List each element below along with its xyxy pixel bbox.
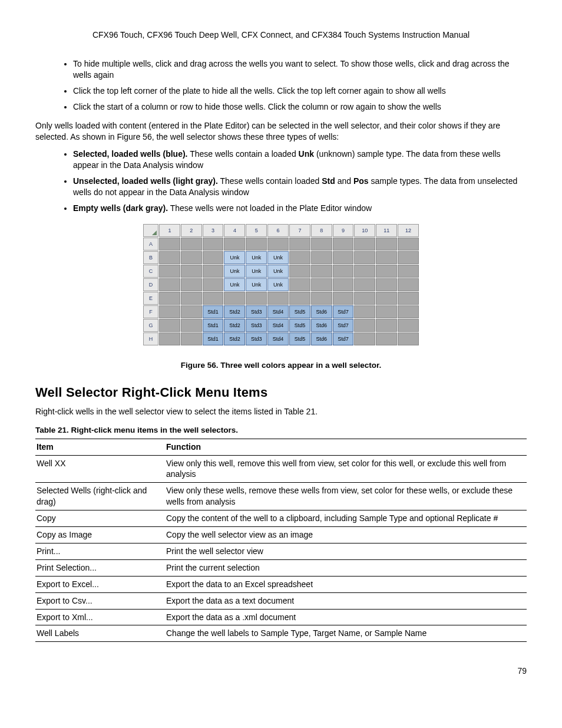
- column-header: 8: [311, 224, 332, 237]
- menu-table: Item Function Well XXView only this well…: [35, 439, 527, 643]
- bullet-list-1: To hide multiple wells, click and drag a…: [35, 58, 527, 113]
- well-cell: [224, 292, 245, 305]
- well-cell: [398, 278, 419, 291]
- well-cell: Unk: [224, 278, 245, 291]
- table-cell-item: Well XX: [35, 455, 165, 483]
- table-cell-item: Export to Csv...: [35, 592, 165, 609]
- well-cell: Std6: [311, 319, 332, 332]
- table-header-function: Function: [165, 439, 527, 455]
- well-cell: [311, 278, 332, 291]
- row-header: B: [143, 251, 158, 264]
- table-row: Print Selection...Print the current sele…: [35, 559, 527, 576]
- plate-corner: [143, 224, 158, 237]
- well-cell: [354, 332, 375, 345]
- well-cell: Std4: [267, 319, 289, 332]
- well-cell: [354, 292, 375, 305]
- bullet-text: These wells contain a loaded: [188, 149, 299, 159]
- bullet-item: Empty wells (dark gray). These wells wer…: [73, 203, 527, 214]
- well-cell: Std3: [246, 332, 267, 345]
- well-cell: [311, 238, 332, 251]
- well-cell: [398, 292, 419, 305]
- well-cell: Unk: [224, 251, 245, 264]
- table-cell-function: Copy the well selector view as an image: [165, 527, 527, 543]
- well-cell: [159, 278, 180, 291]
- row-header: E: [143, 292, 158, 305]
- well-cell: Std3: [246, 319, 267, 332]
- well-cell: [159, 305, 180, 318]
- bullet-text: These wells were not loaded in the Plate…: [168, 203, 372, 213]
- column-header: 9: [333, 224, 354, 237]
- bullet-lead: Selected, loaded wells (blue).: [73, 149, 188, 159]
- well-cell: [354, 251, 375, 264]
- well-cell: Unk: [246, 265, 267, 278]
- bullet-item: Unselected, loaded wells (light gray). T…: [73, 176, 527, 198]
- row-header: F: [143, 305, 158, 318]
- table-row: Export to Xml...Export the data as a .xm…: [35, 609, 527, 625]
- well-cell: Std7: [333, 319, 354, 332]
- table-cell-function: View only this well, remove this well fr…: [165, 455, 527, 483]
- table-cell-function: Print the current selection: [165, 559, 527, 576]
- well-cell: Std7: [333, 332, 354, 345]
- table-cell-function: Export the data as a text document: [165, 592, 527, 609]
- well-cell: [333, 292, 354, 305]
- bullet-item: Selected, loaded wells (blue). These wel…: [73, 149, 527, 171]
- section-heading: Well Selector Right-Click Menu Items: [35, 384, 527, 401]
- table-row: CopyCopy the content of the well to a cl…: [35, 510, 527, 527]
- paragraph: Right-click wells in the well selector v…: [35, 406, 527, 417]
- well-cell: [354, 305, 375, 318]
- well-cell: [398, 305, 419, 318]
- well-cell: Unk: [267, 265, 289, 278]
- well-cell: Std2: [224, 305, 245, 318]
- well-cell: Unk: [246, 278, 267, 291]
- well-cell: [267, 292, 289, 305]
- well-cell: Unk: [224, 265, 245, 278]
- table-cell-item: Well Labels: [35, 625, 165, 642]
- well-cell: [181, 319, 202, 332]
- well-cell: [159, 265, 180, 278]
- well-cell: [289, 265, 310, 278]
- column-header: 2: [181, 224, 202, 237]
- column-header: 5: [246, 224, 267, 237]
- well-cell: [376, 278, 397, 291]
- well-cell: [376, 305, 397, 318]
- well-cell: [181, 305, 202, 318]
- table-row: Selected Wells (right-click and drag)Vie…: [35, 483, 527, 510]
- well-cell: [376, 332, 397, 345]
- table-cell-item: Export to Excel...: [35, 576, 165, 592]
- row-header: D: [143, 278, 158, 291]
- bullet-bold: Unk: [299, 149, 314, 159]
- well-cell: Std4: [267, 305, 289, 318]
- table-caption: Table 21. Right-click menu items in the …: [35, 425, 527, 436]
- well-cell: [398, 265, 419, 278]
- well-cell: [398, 238, 419, 251]
- well-cell: [267, 238, 289, 251]
- well-cell: [159, 251, 180, 264]
- bullet-lead: Unselected, loaded wells (light gray).: [73, 176, 218, 186]
- well-cell: Unk: [267, 251, 289, 264]
- table-cell-function: View only these wells, remove these well…: [165, 483, 527, 510]
- well-cell: [289, 292, 310, 305]
- column-header: 11: [376, 224, 397, 237]
- well-cell: Std5: [289, 332, 310, 345]
- well-cell: [289, 278, 310, 291]
- well-cell: Std1: [203, 305, 224, 318]
- well-cell: Std6: [311, 305, 332, 318]
- paragraph: Only wells loaded with content (entered …: [35, 120, 527, 143]
- bullet-lead: Empty wells (dark gray).: [73, 203, 168, 213]
- bullet-item: Click the top left corner of the plate t…: [73, 85, 527, 97]
- well-cell: [376, 292, 397, 305]
- well-cell: [203, 292, 224, 305]
- bullet-text: and: [335, 176, 353, 186]
- table-row: Well LabelsChange the well labels to Sam…: [35, 625, 527, 642]
- well-cell: Std7: [333, 305, 354, 318]
- column-header: 1: [159, 224, 180, 237]
- bullet-text: These wells contain loaded: [218, 176, 322, 186]
- table-row: Copy as ImageCopy the well selector view…: [35, 527, 527, 543]
- table-header-item: Item: [35, 439, 165, 455]
- column-header: 12: [398, 224, 419, 237]
- well-cell: [246, 292, 267, 305]
- well-cell: Std1: [203, 332, 224, 345]
- column-header: 4: [224, 224, 245, 237]
- well-cell: [181, 251, 202, 264]
- well-cell: Std2: [224, 319, 245, 332]
